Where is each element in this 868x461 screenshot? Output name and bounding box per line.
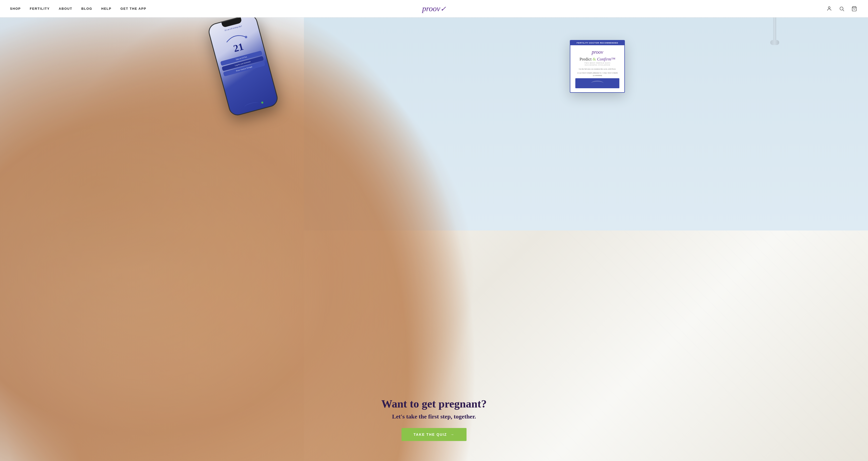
product-description-2: 15 LH TEST STRIPS (PREDICT) • 5 PdG TEST…	[575, 72, 619, 77]
nav-help[interactable]: HELP	[101, 7, 112, 10]
product-box-body: proov Predict & Confirm™ TWO MOST FERTIL…	[570, 45, 624, 92]
hero-cta-arrow: →	[451, 432, 455, 436]
svg-point-0	[828, 6, 830, 8]
site-logo[interactable]: proov✓	[422, 4, 446, 13]
header-icon-group	[826, 5, 858, 12]
product-box-footer	[575, 78, 619, 88]
product-title: Predict & Confirm™	[575, 57, 619, 62]
search-button[interactable]	[838, 5, 845, 12]
product-predict-text: Predict	[580, 57, 592, 62]
hero-cta-label: TAKE THE QUIZ	[413, 432, 447, 436]
product-box-arc	[591, 81, 603, 86]
logo-wordmark: proov✓	[422, 4, 446, 13]
svg-line-2	[843, 10, 844, 11]
product-subtitle: TWO MOST FERTILE DAYS SUCCESSFUL OVULATI…	[575, 62, 619, 66]
search-icon	[839, 6, 844, 11]
main-nav: SHOP FERTILITY ABOUT BLOG HELP GET THE A…	[10, 7, 146, 10]
cart-button[interactable]	[850, 5, 858, 12]
product-amp-text: &	[593, 57, 597, 62]
phone-action-buttons: Take an LH Test Log for your hormones Pr…	[220, 51, 265, 76]
product-description-1: Get the full story on ovulation this cyc…	[575, 68, 619, 70]
faucet-head	[770, 40, 779, 45]
phone-status-dot	[261, 101, 264, 104]
cart-icon	[851, 6, 857, 11]
account-icon	[827, 6, 832, 11]
product-subtitle-1: TWO MOST FERTILE DAYS	[575, 62, 619, 64]
product-logo: proov	[575, 49, 619, 55]
product-subtitle-2: SUCCESSFUL OVULATION	[575, 64, 619, 66]
account-button[interactable]	[826, 5, 833, 12]
hero-text-block: Want to get pregnant? Let's take the fir…	[359, 397, 509, 441]
product-confirm-text: Confirm™	[597, 57, 615, 62]
nav-about[interactable]: ABOUT	[59, 7, 72, 10]
hero-faucet-decoration	[741, 15, 781, 65]
nav-fertility[interactable]: FERTILITY	[30, 7, 50, 10]
hero-subheadline: Let's take the first step, together.	[359, 413, 509, 420]
hero-product-box: FERTILITY DOCTOR RECOMMENDED proov Predi…	[570, 40, 625, 93]
nav-get-the-app[interactable]: GET THE APP	[121, 7, 146, 10]
nav-shop[interactable]: SHOP	[10, 7, 21, 10]
hero-section: It's an LH testing day! 21 Take an LH Te…	[0, 0, 868, 461]
svg-point-1	[840, 7, 843, 10]
hero-headline: Want to get pregnant?	[359, 397, 509, 410]
logo-checkmark: ✓	[440, 5, 446, 13]
site-header: SHOP FERTILITY ABOUT BLOG HELP GET THE A…	[0, 0, 868, 18]
phone-cycle-day: 21	[232, 40, 245, 55]
hero-cta-button[interactable]: TAKE THE QUIZ →	[401, 428, 467, 441]
product-badge: FERTILITY DOCTOR RECOMMENDED	[570, 40, 624, 45]
svg-point-4	[244, 35, 247, 38]
phone-bottom-arc	[244, 101, 259, 110]
nav-blog[interactable]: BLOG	[81, 7, 92, 10]
